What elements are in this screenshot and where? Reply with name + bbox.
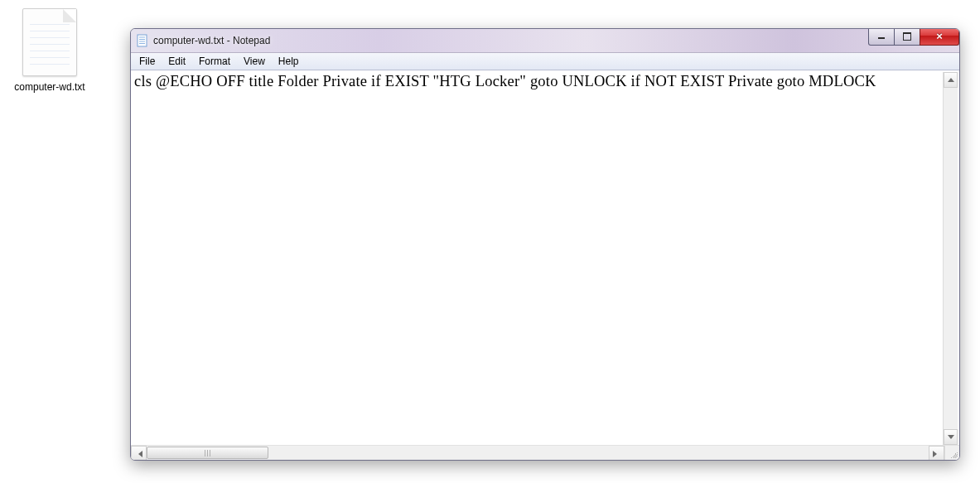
horizontal-scrollbar[interactable] xyxy=(131,446,944,460)
text-file-icon xyxy=(22,8,77,76)
text-area-row: cls @ECHO OFF title Folder Private if EX… xyxy=(131,70,959,445)
close-button[interactable]: × xyxy=(920,28,959,46)
scroll-right-button[interactable] xyxy=(929,446,944,461)
arrow-left-icon xyxy=(135,451,142,457)
menu-format[interactable]: Format xyxy=(192,54,237,69)
svg-rect-0 xyxy=(138,35,147,46)
menu-help[interactable]: Help xyxy=(272,54,306,69)
window-title: computer-wd.txt - Notepad xyxy=(153,35,270,46)
minimize-button[interactable] xyxy=(868,28,895,46)
scroll-down-button[interactable] xyxy=(944,429,958,445)
title-bar[interactable]: computer-wd.txt - Notepad × xyxy=(131,29,959,53)
scroll-left-button[interactable] xyxy=(131,446,147,461)
menu-file[interactable]: File xyxy=(133,54,162,69)
close-icon: × xyxy=(936,33,943,40)
horizontal-scroll-track[interactable] xyxy=(147,446,929,460)
maximize-button[interactable] xyxy=(894,28,920,46)
horizontal-scroll-thumb[interactable] xyxy=(147,447,268,459)
bottom-scroll-row xyxy=(131,445,959,460)
arrow-up-icon xyxy=(948,78,954,82)
menu-edit[interactable]: Edit xyxy=(162,54,192,69)
resize-grip[interactable] xyxy=(944,446,959,460)
client-area: cls @ECHO OFF title Folder Private if EX… xyxy=(131,70,959,460)
arrow-right-icon xyxy=(933,451,940,457)
desktop-file-label: computer-wd.txt xyxy=(12,81,87,93)
scroll-up-button[interactable] xyxy=(944,72,958,88)
maximize-icon xyxy=(903,33,911,40)
notepad-icon xyxy=(136,34,149,47)
notepad-window: computer-wd.txt - Notepad × File Edit Fo… xyxy=(130,28,960,461)
menu-view[interactable]: View xyxy=(237,54,272,69)
vertical-scrollbar[interactable] xyxy=(943,72,958,445)
arrow-down-icon xyxy=(948,435,954,439)
desktop-file-icon[interactable]: computer-wd.txt xyxy=(12,8,87,93)
minimize-icon xyxy=(877,33,886,40)
editor-content[interactable]: cls @ECHO OFF title Folder Private if EX… xyxy=(134,72,943,445)
menu-bar: File Edit Format View Help xyxy=(131,53,959,70)
window-controls: × xyxy=(869,28,959,45)
